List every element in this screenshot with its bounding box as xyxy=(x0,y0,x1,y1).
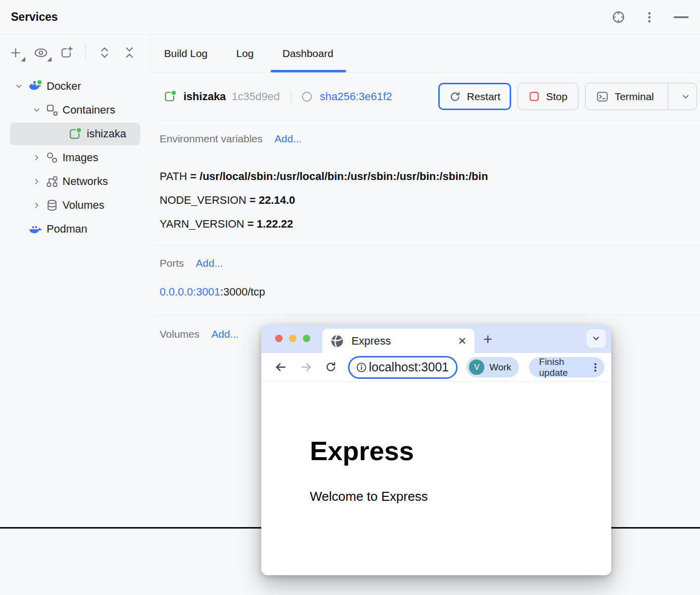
tab-build-log[interactable]: Build Log xyxy=(164,35,208,72)
dashboard-content: Environment variables Add... PATH = /usr… xyxy=(150,120,700,340)
volumes-icon xyxy=(46,199,58,212)
podman-icon xyxy=(28,223,43,236)
env-var-row: NODE_VERSION = 22.14.0 xyxy=(160,188,700,212)
avatar: V xyxy=(469,359,484,375)
browser-toolbar: localhost:3001 V Work Finish update xyxy=(261,353,611,382)
kebab-menu-icon[interactable] xyxy=(591,361,599,373)
env-var-row: PATH = /usr/local/sbin:/usr/local/bin:/u… xyxy=(160,165,700,188)
section-divider xyxy=(154,245,700,245)
env-section-title: Environment variables xyxy=(160,133,263,145)
traffic-lights xyxy=(275,335,310,342)
tree-item-docker[interactable]: Docker xyxy=(0,74,150,98)
profile-chip[interactable]: V Work xyxy=(467,357,519,377)
tab-log[interactable]: Log xyxy=(236,35,254,72)
open-in-new-tab-icon[interactable] xyxy=(59,46,73,60)
tree-item-label: Volumes xyxy=(62,199,104,212)
terminal-button[interactable]: Terminal xyxy=(585,83,697,110)
volumes-add-link[interactable]: Add... xyxy=(212,328,239,340)
docker-whale-icon xyxy=(28,79,43,93)
tree-item-label: Containers xyxy=(62,104,115,117)
express-welcome-text: Welcome to Express xyxy=(310,489,611,504)
tree-item-podman[interactable]: Podman xyxy=(0,217,150,241)
tree-item-label: Podman xyxy=(47,223,87,236)
stop-button[interactable]: Stop xyxy=(518,83,578,110)
tree-toolbar xyxy=(0,35,150,70)
chevron-down-icon[interactable] xyxy=(32,106,42,115)
tree-item-images[interactable]: Images xyxy=(0,146,150,170)
section-divider xyxy=(154,315,700,315)
page-title: Services xyxy=(11,10,58,24)
chevron-right-icon[interactable] xyxy=(32,153,42,162)
header-divider xyxy=(291,89,291,104)
view-options-eye-icon[interactable] xyxy=(33,46,49,60)
forward-icon[interactable] xyxy=(295,360,317,374)
image-sha-link[interactable]: sha256:3e61f2 xyxy=(320,90,392,103)
reload-icon[interactable] xyxy=(321,361,341,373)
env-add-link[interactable]: Add... xyxy=(275,133,302,145)
express-heading: Express xyxy=(310,435,611,466)
ports-add-link[interactable]: Add... xyxy=(196,257,223,269)
image-status-icon xyxy=(302,92,312,102)
tab-dashboard[interactable]: Dashboard xyxy=(283,35,334,72)
env-var-list: PATH = /usr/local/sbin:/usr/local/bin:/u… xyxy=(160,165,700,236)
chevron-down-icon[interactable] xyxy=(14,82,24,91)
chevron-right-icon[interactable] xyxy=(32,177,42,186)
globe-favicon xyxy=(330,334,344,348)
locate-target-icon[interactable] xyxy=(611,10,626,24)
tree-item-ishizaka[interactable]: ishizaka xyxy=(0,122,150,146)
address-bar[interactable]: localhost:3001 xyxy=(348,356,458,379)
finish-update-button[interactable]: Finish update xyxy=(529,357,604,377)
info-icon[interactable] xyxy=(355,361,367,373)
tree-item-containers[interactable]: Containers xyxy=(0,98,150,122)
tree-item-label: Images xyxy=(62,151,98,164)
toolbar-divider xyxy=(85,45,86,60)
container-green-icon xyxy=(68,127,83,141)
images-icon xyxy=(46,151,58,164)
chevron-down-icon[interactable] xyxy=(674,92,697,102)
profile-name: Work xyxy=(489,362,511,373)
tab-title: Express xyxy=(351,335,391,348)
tree-item-label: Networks xyxy=(62,175,108,188)
tree-item-networks[interactable]: Networks xyxy=(0,170,150,193)
container-green-icon xyxy=(164,90,177,103)
container-name: ishizaka xyxy=(183,90,226,103)
zoom-window-button[interactable] xyxy=(303,335,310,342)
containers-icon xyxy=(46,104,58,117)
port-binding-row: 0.0.0.0:3001 :3000/tcp xyxy=(160,280,700,304)
tab-search-chevron-icon[interactable] xyxy=(586,329,606,348)
ports-section-title: Ports xyxy=(160,257,184,269)
close-window-button[interactable] xyxy=(275,335,283,342)
container-header-bar: ishizaka 1c35d9ed sha256:3e61f2 Restart xyxy=(154,73,700,120)
tree-item-label: ishizaka xyxy=(87,127,126,140)
restart-button[interactable]: Restart xyxy=(438,83,512,110)
services-tree-pane: Docker Containers xyxy=(0,35,150,595)
kebab-menu-icon[interactable] xyxy=(643,10,655,24)
minimize-window-button[interactable] xyxy=(289,335,296,342)
browser-window[interactable]: Express ✕ + xyxy=(261,325,611,575)
volumes-section-title: Volumes xyxy=(160,328,200,340)
collapse-all-icon[interactable] xyxy=(122,45,136,60)
button-divider xyxy=(668,83,668,110)
port-host-link[interactable]: 0.0.0.0:3001 xyxy=(160,286,220,298)
services-tree: Docker Containers xyxy=(0,70,150,241)
expand-all-icon[interactable] xyxy=(98,45,112,60)
new-tab-button[interactable]: + xyxy=(483,331,492,349)
tree-item-volumes[interactable]: Volumes xyxy=(0,193,150,217)
networks-icon xyxy=(46,175,58,188)
url-text[interactable]: localhost:3001 xyxy=(369,360,449,374)
chevron-right-icon[interactable] xyxy=(32,201,42,210)
minimize-icon[interactable] xyxy=(673,15,689,20)
back-icon[interactable] xyxy=(270,360,292,374)
port-container-suffix: :3000/tcp xyxy=(220,286,265,298)
container-short-id: 1c35d9ed xyxy=(232,90,280,103)
tab-close-icon[interactable]: ✕ xyxy=(458,336,467,346)
browser-tabstrip: Express ✕ + xyxy=(261,325,611,353)
services-toolwindow-header: Services xyxy=(0,0,700,35)
view-tabs: Build Log Log Dashboard xyxy=(150,35,700,73)
tree-item-label: Docker xyxy=(47,80,81,93)
add-service-icon[interactable] xyxy=(9,46,22,60)
browser-tab-express[interactable]: Express ✕ xyxy=(322,329,474,353)
browser-page-express: Express Welcome to Express xyxy=(261,382,611,575)
env-var-row: YARN_VERSION = 1.22.22 xyxy=(160,212,700,236)
